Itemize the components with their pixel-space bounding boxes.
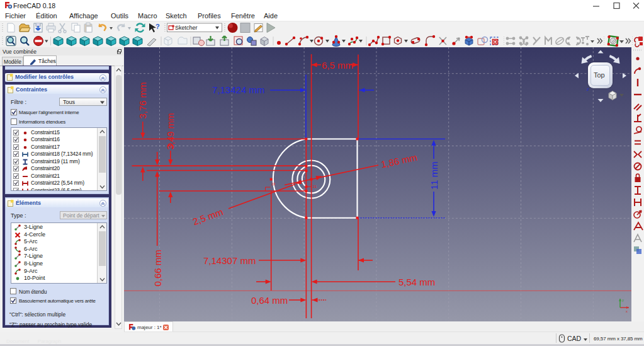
- svg-text:x: x: [626, 309, 628, 313]
- svg-text:7,14307 mm: 7,14307 mm: [203, 255, 256, 266]
- svg-text:Sketcher: Sketcher: [175, 25, 198, 31]
- svg-text:z: z: [586, 87, 589, 91]
- svg-text:0,66 mm: 0,66 mm: [152, 250, 163, 286]
- svg-text:0,64 mm: 0,64 mm: [251, 295, 288, 306]
- svg-text:21: 21: [313, 185, 317, 188]
- svg-text:6,5 mm: 6,5 mm: [322, 60, 353, 71]
- svg-text:7,13424 mm: 7,13424 mm: [212, 84, 264, 95]
- svg-text:1,86 mm: 1,86 mm: [380, 152, 419, 170]
- svg-text:23: 23: [271, 182, 275, 186]
- svg-text:?: ?: [155, 23, 160, 30]
- svg-text:y: y: [622, 298, 624, 302]
- svg-text:3,76 mm: 3,76 mm: [137, 82, 148, 118]
- svg-text:11 mm: 11 mm: [429, 161, 439, 190]
- svg-text:5,54 mm: 5,54 mm: [398, 277, 435, 287]
- svg-text:3,49 mm: 3,49 mm: [165, 113, 176, 149]
- svg-text:2,5 mm: 2,5 mm: [191, 206, 225, 227]
